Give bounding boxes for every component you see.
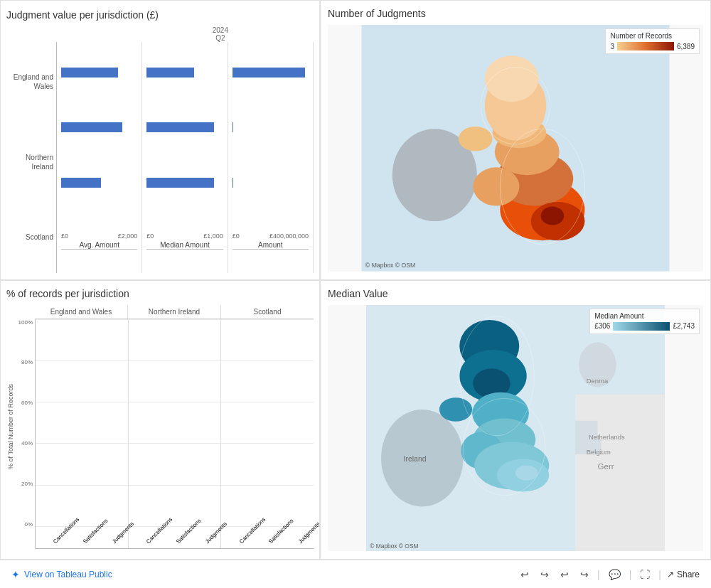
sc-med-bar	[146, 178, 213, 188]
top-map-credit: © Mapbox © OSM	[365, 262, 415, 269]
y-label-sc: Scotland	[26, 232, 53, 242]
y-axis-labels: England andWales NorthernIreland Scotlan…	[6, 42, 56, 273]
median-map-svg: Gerr Netherlands Belgium Denma Ireland ©…	[328, 305, 703, 552]
svg-point-8	[485, 55, 539, 102]
forward-button[interactable]: ↪	[577, 567, 592, 582]
judgment-value-panel: Judgment value per jurisdiction (£) 2024…	[0, 0, 320, 280]
y-tick-20: 20%	[21, 481, 33, 487]
amt-x-max: £400,000,000	[269, 232, 309, 240]
legend-gradient-bar	[617, 42, 674, 50]
svg-text:Denma: Denma	[587, 377, 609, 385]
records-pct-title: % of records per jurisdiction	[6, 288, 314, 299]
fullscreen-button[interactable]: ⛶	[637, 567, 653, 582]
svg-rect-39	[613, 322, 670, 331]
median-amount-label: Median Amount	[160, 241, 210, 249]
ew-sat-label: Satisfactions	[82, 518, 109, 545]
amt-x-min: £0	[232, 232, 240, 240]
y-tick-80: 80%	[21, 359, 33, 365]
svg-point-6	[473, 167, 519, 205]
ew-med-bar	[146, 68, 194, 77]
svg-text:© Mapbox  © OSM: © Mapbox © OSM	[370, 542, 418, 550]
svg-point-10	[541, 207, 564, 225]
med-x-min: £0	[146, 232, 154, 240]
median-value-map: Gerr Netherlands Belgium Denma Ireland ©…	[328, 305, 703, 552]
ni-cancel-label: Cancellations	[145, 516, 173, 545]
judgments-map-title: Number of Judgments	[328, 8, 703, 19]
year-label: 2024	[213, 26, 228, 34]
ni-med-bar	[146, 122, 213, 132]
svg-rect-16	[575, 395, 665, 552]
svg-point-21	[439, 397, 472, 422]
uk-map-svg: © Mapbox © OSM	[328, 25, 703, 272]
avg-amount-label: Avg. Amount	[79, 241, 119, 249]
svg-rect-14	[617, 42, 674, 50]
ew-cancel-label: Cancellations	[52, 516, 80, 545]
col-header-ni: Northern Ireland	[128, 305, 221, 319]
avg-x-min: £0	[61, 232, 68, 240]
median-legend-max: £2,743	[673, 322, 695, 330]
comment-button[interactable]: 💬	[606, 567, 624, 582]
ni-amt-bar	[232, 122, 233, 132]
ew-amt-bar	[232, 68, 305, 77]
amount-label: Amount	[258, 241, 282, 249]
sc-avg-bar	[61, 178, 101, 188]
share-label: Share	[677, 570, 700, 579]
footer: ✦ View on Tableau Public ↩ ↪ ↩ ↪ | 💬 | ⛶…	[0, 560, 711, 588]
legend-max: 6,389	[677, 43, 695, 50]
avg-x-max: £2,000	[118, 232, 138, 240]
sc-amt-bar	[232, 178, 233, 188]
y-tick-60: 60%	[21, 400, 33, 406]
number-of-judgments-panel: Number of Judgments	[320, 0, 711, 280]
med-x-max: £1,000	[203, 232, 223, 240]
col-header-sc: Scotland	[221, 305, 314, 319]
y-tick-40: 40%	[21, 440, 33, 447]
svg-point-27	[515, 465, 538, 480]
y-tick-0: 0%	[24, 521, 33, 528]
ni-avg-bar	[61, 122, 122, 132]
quarter-label: Q2	[213, 34, 228, 42]
judgments-legend-title: Number of Records	[610, 32, 695, 40]
footer-controls: ↩ ↪ ↩ ↪ | 💬 | ⛶ | ↗ Share	[518, 567, 700, 582]
sc-cancel-label: Cancellations	[238, 516, 267, 545]
records-pct-panel: % of records per jurisdiction % of Total…	[0, 280, 320, 560]
svg-text:Netherlands: Netherlands	[589, 433, 625, 441]
avg-amount-section: £0 £2,000 Avg. Amount	[57, 42, 142, 273]
legend-min: 3	[610, 43, 614, 50]
redo-button[interactable]: ↪	[538, 567, 552, 582]
y-axis-label: % of Total Number of Records	[7, 384, 14, 469]
median-legend-title: Median Amount	[594, 312, 695, 320]
judgments-map: © Mapbox © OSM Number of Records 3	[328, 25, 703, 272]
judgments-legend: Number of Records 3 6,389	[605, 28, 700, 54]
divider: |	[597, 569, 600, 580]
back-button[interactable]: ↩	[557, 567, 572, 582]
tableau-link-label[interactable]: View on Tableau Public	[24, 570, 112, 579]
y-tick-100: 100%	[18, 319, 33, 326]
median-amount-section: £0 £1,000 Median Amount	[142, 42, 228, 273]
y-label-ew: England andWales	[14, 73, 53, 91]
divider3: |	[658, 569, 661, 580]
ew-avg-bar	[61, 68, 118, 77]
tableau-icon: ✦	[11, 569, 20, 580]
svg-point-13	[459, 127, 493, 151]
ni-sat-label: Satisfactions	[175, 518, 202, 545]
sc-jud-label: Judgments	[297, 520, 320, 545]
median-legend-min: £306	[594, 322, 610, 330]
y-label-ni: NorthernIreland	[26, 153, 53, 171]
share-icon: ↗	[667, 570, 674, 579]
median-value-title: Median Value	[328, 288, 703, 299]
amount-section: £0 £400,000,000 Amount	[228, 42, 314, 273]
median-legend: Median Amount £306 £2,743	[589, 309, 700, 334]
sc-sat-label: Satisfactions	[267, 518, 294, 545]
svg-text:Gerr: Gerr	[598, 462, 614, 471]
median-value-panel: Median Value	[320, 280, 711, 560]
svg-text:Belgium: Belgium	[587, 448, 611, 456]
judgment-value-title: Judgment value per jurisdiction (£)	[6, 9, 314, 21]
svg-text:Ireland: Ireland	[404, 454, 427, 463]
tableau-link[interactable]: ✦ View on Tableau Public	[11, 569, 112, 580]
divider2: |	[629, 569, 632, 580]
share-button[interactable]: ↗ Share	[667, 570, 700, 579]
median-gradient-bar	[613, 322, 670, 331]
undo-button[interactable]: ↩	[518, 567, 532, 582]
col-header-ew: England and Wales	[35, 305, 128, 319]
